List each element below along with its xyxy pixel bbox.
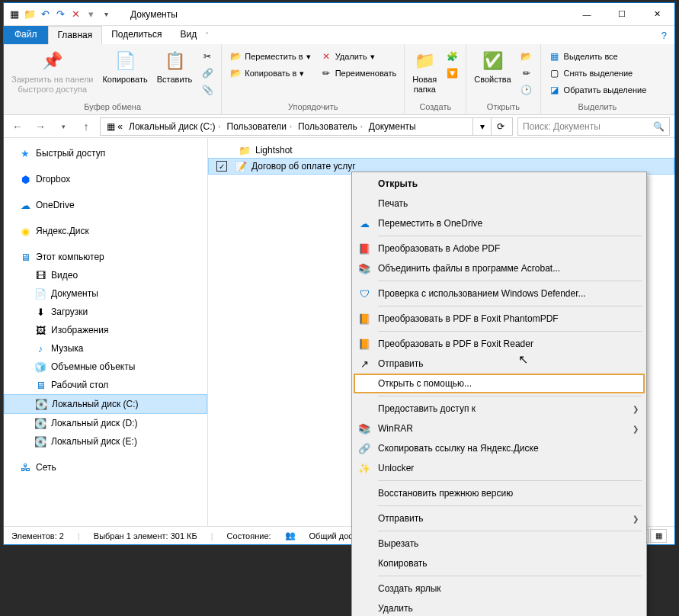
new-folder-icon[interactable]: 📁 <box>24 8 36 21</box>
copypath-small-button[interactable]: 🔗 <box>198 66 216 81</box>
adobe-icon: 📕 <box>357 242 372 255</box>
refresh-button[interactable]: ⟳ <box>491 118 509 135</box>
rename-button[interactable]: ✏Переименовать <box>317 66 400 81</box>
copy-button[interactable]: 📄 Копировать <box>99 49 150 85</box>
rename-icon[interactable]: ▾ <box>85 8 97 21</box>
cut-small-button[interactable]: ✂ <box>198 49 216 64</box>
nav-videos[interactable]: 🎞Видео <box>4 266 207 284</box>
chevron-right-icon: ❯ <box>633 405 639 413</box>
delete-button[interactable]: ✕Удалить ▾ <box>317 49 400 64</box>
nav-forward-button[interactable]: → <box>31 117 50 136</box>
cm-combine-acrobat[interactable]: 📚Объединить файлы в программе Acrobat... <box>354 258 645 278</box>
nav-disk-d[interactable]: 💽Локальный диск (D:) <box>4 414 207 432</box>
nav-documents[interactable]: 📄Документы <box>4 284 207 303</box>
nav-desktop[interactable]: 🖥Рабочий стол <box>4 376 207 394</box>
search-input[interactable]: Поиск: Документы 🔍 <box>517 117 670 136</box>
file-item-lightshot[interactable]: 📁 Lightshot <box>208 143 674 158</box>
select-all-button[interactable]: ▦Выделить все <box>546 49 650 64</box>
ribbon: 📌 Закрепить на панели быстрого доступа 📄… <box>4 44 674 115</box>
crumb-root[interactable]: ▦ « <box>104 121 126 132</box>
copy-to-button[interactable]: 📂Копировать в ▾ <box>226 66 313 81</box>
star-icon: ★ <box>19 147 31 159</box>
nav-disk-c[interactable]: 💽Локальный диск (C:) <box>4 394 207 414</box>
collapse-ribbon-icon[interactable]: ˇ <box>206 31 208 39</box>
cm-grant-access[interactable]: Предоставить доступ к❯ <box>354 399 645 419</box>
cm-defender[interactable]: 🛡Проверка с использованием Windows Defen… <box>354 284 645 303</box>
tab-file[interactable]: Файл <box>4 26 48 44</box>
minimize-button[interactable]: — <box>569 3 604 25</box>
cm-winrar[interactable]: 📚WinRAR❯ <box>354 419 645 438</box>
wand-icon: ✨ <box>357 461 372 475</box>
close-button[interactable]: ✕ <box>639 3 674 25</box>
qat-dropdown-icon[interactable]: ▾ <box>100 8 112 21</box>
crumb-user[interactable]: Пользователь› <box>295 121 366 132</box>
nav-back-button[interactable]: ← <box>8 117 27 136</box>
crumb-c[interactable]: Локальный диск (C:)› <box>126 121 224 132</box>
undo-icon[interactable]: ↶ <box>39 8 51 21</box>
maximize-button[interactable]: ☐ <box>604 3 639 25</box>
edit-button[interactable]: ✏ <box>517 66 536 81</box>
paste-button[interactable]: 📋 Вставить <box>154 49 196 85</box>
cm-adobe-pdf[interactable]: 📕Преобразовать в Adobe PDF <box>354 239 645 258</box>
address-bar[interactable]: ▦ « Локальный диск (C:)› Пользователи› П… <box>100 117 513 136</box>
move-to-button[interactable]: 📂Переместить в ▾ <box>226 49 313 64</box>
navigation-pane: ★Быстрый доступ ⬢Dropbox ☁OneDrive ◉Янде… <box>4 138 208 526</box>
redo-icon[interactable]: ↷ <box>54 8 66 21</box>
view-large-button[interactable]: ▦ <box>650 529 667 543</box>
cm-open[interactable]: Открыть <box>354 174 645 194</box>
cm-unlocker[interactable]: ✨Unlocker <box>354 458 645 478</box>
path-icon: 🔗 <box>201 67 213 79</box>
cm-delete[interactable]: Удалить <box>354 598 645 616</box>
properties-icon[interactable]: ▦ <box>8 8 21 21</box>
cm-cut[interactable]: Вырезать <box>354 534 645 553</box>
cm-shortcut[interactable]: Создать ярлык <box>354 579 645 598</box>
nav-music[interactable]: ♪Музыка <box>4 339 207 358</box>
checkbox-checked-icon[interactable]: ✓ <box>216 161 227 172</box>
cm-restore[interactable]: Восстановить прежнюю версию <box>354 483 645 503</box>
tab-home[interactable]: Главная <box>48 26 103 44</box>
tab-view[interactable]: Вид <box>171 26 206 44</box>
nav-quick-access[interactable]: ★Быстрый доступ <box>4 144 207 162</box>
nav-yandex[interactable]: ◉Яндекс.Диск <box>4 222 207 240</box>
open-button[interactable]: 📂 <box>517 49 536 64</box>
new-item-button[interactable]: 🧩 <box>443 49 461 64</box>
properties-button[interactable]: ✅ Свойства <box>471 49 514 85</box>
nav-dropbox[interactable]: ⬢Dropbox <box>4 170 207 188</box>
cube-icon: 🧊 <box>34 361 46 373</box>
tab-share[interactable]: Поделиться <box>102 26 171 44</box>
link-icon: 🔗 <box>357 441 372 455</box>
cm-copy[interactable]: Копировать <box>354 553 645 573</box>
cm-print[interactable]: Печать <box>354 194 645 213</box>
invert-selection-button[interactable]: ◪Обратить выделение <box>546 82 650 98</box>
nav-3d[interactable]: 🧊Объемные объекты <box>4 358 207 376</box>
status-state-label: Состояние: <box>227 531 271 541</box>
cm-send[interactable]: ↗Отправить <box>354 354 645 374</box>
nav-recent-button[interactable]: ▾ <box>54 117 72 136</box>
pasteshortcut-small-button[interactable]: 📎 <box>198 82 216 98</box>
nav-onedrive[interactable]: ☁OneDrive <box>4 196 207 214</box>
nav-pictures[interactable]: 🖼Изображения <box>4 321 207 339</box>
cm-foxit-reader[interactable]: 📙Преобразовать в PDF в Foxit Reader <box>354 334 645 354</box>
cm-foxit-phantom[interactable]: 📙Преобразовать в PDF в Foxit PhantomPDF <box>354 309 645 329</box>
delete-icon[interactable]: ✕ <box>69 8 82 21</box>
nav-downloads[interactable]: ⬇Загрузки <box>4 303 207 321</box>
crumb-documents[interactable]: Документы <box>366 121 419 132</box>
cm-open-with[interactable]: Открыть с помощью... <box>354 374 645 393</box>
addr-dropdown-button[interactable]: ▾ <box>472 118 491 135</box>
select-none-button[interactable]: ▢Снять выделение <box>546 66 650 81</box>
nav-disk-e[interactable]: 💽Локальный диск (E:) <box>4 432 207 451</box>
nav-up-button[interactable]: ↑ <box>77 117 95 136</box>
titlebar: ▦ 📁 ↶ ↷ ✕ ▾ ▾ Документы — ☐ ✕ <box>4 3 674 26</box>
new-folder-button[interactable]: 📁 Новая папка <box>409 49 440 95</box>
nav-this-pc[interactable]: 🖥Этот компьютер <box>4 248 207 266</box>
help-icon[interactable]: ? <box>661 30 667 41</box>
window-controls: — ☐ ✕ <box>569 3 674 25</box>
cm-yandex-link[interactable]: 🔗Скопировать ссылку на Яндекс.Диске <box>354 438 645 458</box>
pin-quick-access-button[interactable]: 📌 Закрепить на панели быстрого доступа <box>8 49 96 95</box>
history-button[interactable]: 🕑 <box>517 82 536 98</box>
cm-send-to[interactable]: Отправить❯ <box>354 509 645 528</box>
easy-access-button[interactable]: 🔽 <box>443 66 461 81</box>
cm-move-onedrive[interactable]: ☁Переместить в OneDrive <box>354 213 645 233</box>
crumb-users[interactable]: Пользователи› <box>224 121 295 132</box>
nav-network[interactable]: 🖧Сеть <box>4 458 207 476</box>
